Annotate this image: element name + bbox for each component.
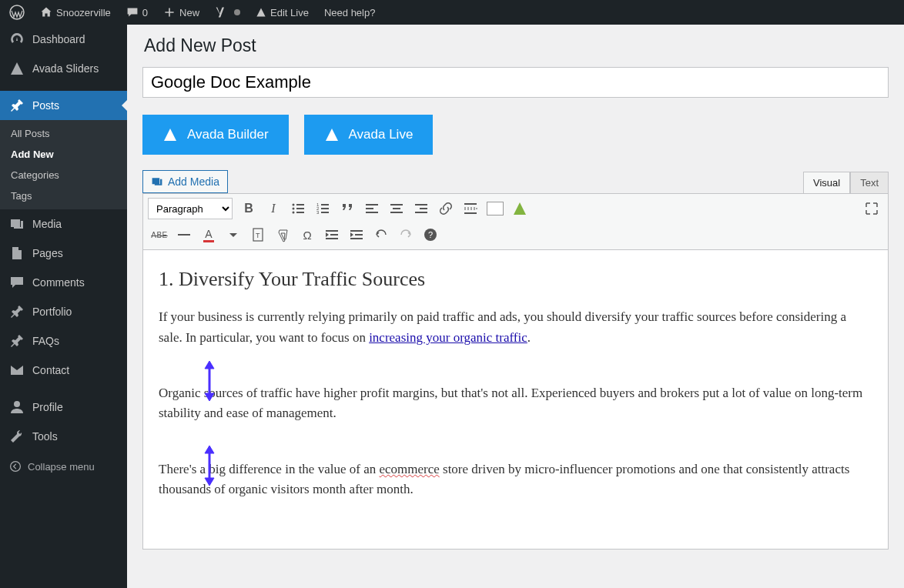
link-button[interactable] [434, 197, 457, 220]
bold-button[interactable]: B [237, 197, 260, 220]
pin-icon [9, 98, 25, 113]
format-select[interactable]: Paragraph [148, 198, 233, 219]
editor: Paragraph B I 123 ABE [142, 193, 889, 550]
italic-button[interactable]: I [262, 197, 285, 220]
sidebar-item-label: FAQs [32, 335, 59, 347]
svg-rect-15 [366, 204, 378, 205]
edit-live-link[interactable]: Edit Live [249, 0, 315, 25]
wp-logo[interactable] [3, 0, 31, 25]
comment-icon [9, 275, 25, 290]
submenu-all-posts[interactable]: All Posts [0, 123, 127, 144]
number-list-button[interactable]: 123 [311, 197, 334, 220]
yoast-link[interactable] [209, 0, 246, 25]
fullscreen-button[interactable] [860, 197, 883, 220]
sidebar-item-avada-sliders[interactable]: Avada Sliders [0, 54, 127, 83]
plus-icon [163, 6, 176, 18]
wrench-icon [9, 429, 25, 444]
mail-icon [9, 362, 25, 378]
avada-icon [162, 127, 178, 142]
posts-submenu: All Posts Add New Categories Tags [0, 120, 127, 209]
need-help-link[interactable]: Need help? [318, 0, 382, 25]
tab-text[interactable]: Text [850, 172, 889, 193]
submenu-categories[interactable]: Categories [0, 165, 127, 185]
avada-builder-button[interactable]: Avada Builder [142, 115, 289, 155]
svg-rect-26 [464, 212, 477, 214]
svg-rect-22 [420, 208, 427, 209]
sidebar-item-media[interactable]: Media [0, 209, 127, 239]
undo-button[interactable] [370, 223, 393, 246]
wordpress-icon [9, 5, 25, 20]
add-media-button[interactable]: Add Media [142, 170, 228, 193]
svg-point-7 [293, 212, 295, 214]
indent-button[interactable] [345, 223, 368, 246]
svg-rect-34 [355, 234, 363, 236]
content-heading: 1. Diversify Your Traffic Sources [159, 264, 872, 295]
sidebar-item-label: Tools [32, 430, 58, 443]
site-link[interactable]: Snoozerville [34, 0, 117, 25]
svg-rect-19 [393, 208, 400, 209]
svg-rect-27 [178, 234, 190, 236]
align-right-button[interactable] [410, 197, 433, 220]
collapse-menu-button[interactable]: Collapse menu [0, 451, 127, 482]
help-button[interactable]: ? [419, 223, 442, 246]
paste-text-button[interactable]: T [246, 223, 270, 246]
pin-icon [9, 333, 25, 349]
svg-rect-17 [366, 212, 378, 213]
bullet-list-button[interactable] [286, 197, 310, 220]
admin-menu: Dashboard Avada Sliders Posts All Posts … [0, 25, 127, 588]
text-color-button[interactable]: A [197, 223, 220, 246]
sidebar-item-posts[interactable]: Posts [0, 91, 127, 120]
outdent-button[interactable] [320, 223, 343, 246]
sidebar-item-label: Pages [32, 247, 63, 259]
organic-traffic-link[interactable]: increasing your organic traffic [369, 330, 527, 345]
sidebar-item-comments[interactable]: Comments [0, 268, 127, 297]
status-dot [234, 9, 240, 15]
sidebar-item-label: Media [32, 218, 62, 230]
align-left-button[interactable] [360, 197, 383, 220]
blockquote-button[interactable] [336, 197, 359, 220]
avada-live-button[interactable]: Avada Live [304, 115, 434, 155]
svg-rect-24 [464, 203, 477, 205]
editor-toolbar: Paragraph B I 123 ABE [143, 194, 888, 250]
sidebar-item-pages[interactable]: Pages [0, 239, 127, 268]
content-area: Add New Post Avada Builder Avada Live Ad… [127, 25, 904, 588]
sidebar-item-label: Dashboard [32, 33, 85, 45]
submenu-add-new[interactable]: Add New [0, 144, 127, 165]
svg-text:3: 3 [316, 210, 320, 215]
svg-rect-12 [321, 208, 329, 209]
sidebar-item-contact[interactable]: Contact [0, 356, 127, 385]
svg-rect-16 [366, 208, 373, 209]
special-char-button[interactable]: Ω [296, 223, 319, 246]
clear-format-button[interactable] [271, 223, 294, 246]
redo-button[interactable] [394, 223, 417, 246]
color-picker-button[interactable] [484, 197, 507, 220]
yoast-icon [215, 6, 227, 18]
avada-element-button[interactable] [508, 197, 531, 220]
sidebar-item-profile[interactable]: Profile [0, 393, 127, 422]
read-more-button[interactable] [459, 197, 482, 220]
media-icon [151, 175, 163, 188]
hr-button[interactable] [172, 223, 196, 246]
editor-content[interactable]: 1. Diversify Your Traffic Sources If you… [143, 250, 888, 549]
edit-live-label: Edit Live [270, 7, 309, 18]
submenu-tags[interactable]: Tags [0, 185, 127, 206]
button-label: Avada Builder [187, 127, 269, 142]
post-title-input[interactable] [142, 67, 889, 98]
avada-icon [9, 61, 25, 76]
strikethrough-button[interactable]: ABE [148, 223, 171, 246]
svg-rect-23 [415, 212, 427, 213]
sidebar-item-portfolio[interactable]: Portfolio [0, 297, 127, 326]
sidebar-item-label: Comments [32, 276, 85, 289]
sidebar-item-faqs[interactable]: FAQs [0, 326, 127, 356]
align-center-button[interactable] [385, 197, 408, 220]
sidebar-item-tools[interactable]: Tools [0, 422, 127, 451]
add-media-label: Add Media [168, 175, 219, 188]
dashboard-icon [9, 32, 25, 47]
tab-visual[interactable]: Visual [803, 172, 850, 193]
new-link[interactable]: New [157, 0, 206, 25]
text-color-dropdown[interactable] [222, 223, 245, 246]
svg-rect-6 [296, 208, 304, 209]
sidebar-item-dashboard[interactable]: Dashboard [0, 25, 127, 54]
comments-link[interactable]: 0 [120, 0, 154, 25]
svg-rect-18 [390, 204, 403, 205]
